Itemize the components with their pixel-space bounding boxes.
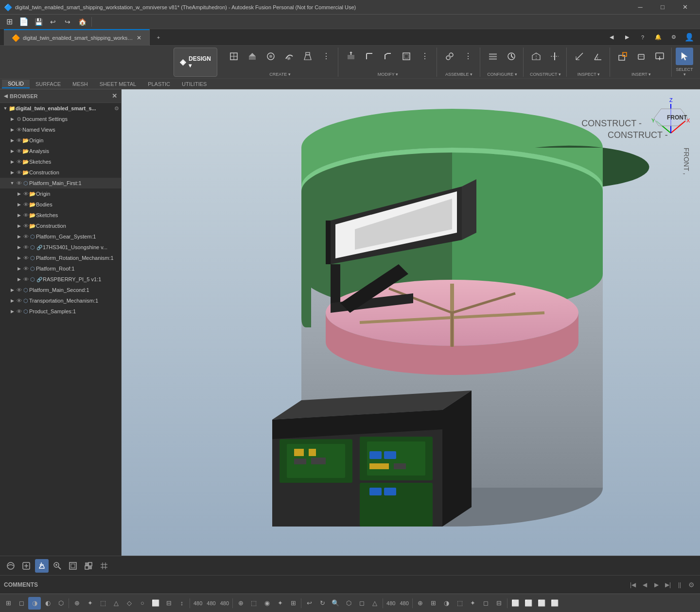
tree-item-17hs[interactable]: ▶ 👁 ⬡ 🔗 17HS3401_Usongshine v...: [0, 242, 121, 253]
origin-expand[interactable]: ▶: [9, 137, 16, 144]
tab-mesh[interactable]: MESH: [67, 80, 94, 88]
tree-item-transport[interactable]: ▶ 👁 ⬡ Transportation_Mechanism:1: [0, 295, 121, 306]
modify-chamfer-button[interactable]: [379, 48, 397, 65]
gear-system-expand[interactable]: ▶: [16, 233, 22, 240]
tree-item-doc-settings[interactable]: ▶ ⚙ Document Settings: [0, 114, 121, 124]
tab-prev-button[interactable]: ◀: [605, 31, 618, 44]
tree-item-bodies[interactable]: ▶ 👁 📂 Bodies: [0, 199, 121, 210]
bt-btn-21[interactable]: ↻: [316, 597, 329, 610]
minimize-button[interactable]: ─: [629, 0, 651, 15]
tab-plastic[interactable]: PLASTIC: [142, 80, 176, 88]
comments-settings-icon[interactable]: ⚙: [686, 580, 696, 590]
tree-item-product-samples[interactable]: ▶ 👁 ⬡ Product_Samples:1: [0, 306, 121, 317]
origin2-expand[interactable]: ▶: [16, 190, 22, 197]
bt-btn-27[interactable]: ⊞: [427, 597, 440, 610]
bt-btn-19[interactable]: ⊞: [287, 597, 299, 610]
display-mode-button[interactable]: [82, 559, 95, 573]
construction1-expand[interactable]: ▶: [9, 169, 16, 176]
modify-press-pull-button[interactable]: [342, 48, 360, 65]
bt-btn-32[interactable]: ⊟: [493, 597, 506, 610]
bt-btn-17[interactable]: ◉: [261, 597, 273, 610]
modify-more-button[interactable]: ⋮: [416, 48, 434, 65]
pan-button[interactable]: [19, 559, 33, 573]
nav-first-button[interactable]: |◀: [628, 580, 638, 590]
bt-btn-10[interactable]: ◇: [123, 597, 136, 610]
modify-shell-button[interactable]: [398, 48, 415, 65]
tab-next-button[interactable]: ▶: [620, 31, 634, 44]
create-more-button[interactable]: ⋮: [317, 48, 335, 65]
bt-btn-11[interactable]: ○: [136, 597, 149, 610]
tree-item-roof[interactable]: ▶ 👁 ⬡ Platform_Roof:1: [0, 263, 121, 274]
sketches-expand[interactable]: ▶: [9, 158, 16, 165]
fit-view-button[interactable]: [66, 559, 80, 573]
tab-solid[interactable]: SOLID: [2, 80, 30, 88]
bt-btn-28[interactable]: ◑: [440, 597, 453, 610]
nav-last-button[interactable]: ||: [675, 580, 684, 590]
configure-btn1[interactable]: [484, 48, 502, 65]
assemble-more-button[interactable]: ⋮: [459, 48, 477, 65]
tree-item-gear-system[interactable]: ▶ 👁 ⬡ Platform_Gear_System:1: [0, 231, 121, 242]
bt-btn-4[interactable]: ◐: [41, 597, 54, 610]
home-button[interactable]: 🏠: [75, 15, 89, 29]
bt-btn-33[interactable]: ⬜: [509, 597, 522, 610]
nav-play-button[interactable]: ▶: [651, 580, 661, 590]
grid-display-button[interactable]: [97, 559, 111, 573]
bt-btn-20[interactable]: ↩: [303, 597, 315, 610]
hand-tool-button[interactable]: [35, 559, 49, 573]
browser-expand-icon[interactable]: ◀: [4, 93, 8, 99]
bt-btn-29[interactable]: ⬚: [454, 597, 466, 610]
bt-btn-35[interactable]: ⬜: [535, 597, 548, 610]
tab-surface[interactable]: SURFACE: [30, 80, 67, 88]
named-views-expand[interactable]: ▶: [9, 126, 16, 133]
undo-button[interactable]: ↩: [46, 15, 60, 29]
grid-icon[interactable]: ⊞: [2, 15, 16, 29]
bt-btn-26[interactable]: ⊕: [414, 597, 427, 610]
tree-item-platform-second[interactable]: ▶ 👁 ⬡ Platform_Main_Second:1: [0, 285, 121, 295]
bt-btn-34[interactable]: ⬜: [522, 597, 535, 610]
tree-item-construction2[interactable]: ▶ 👁 📂 Construction: [0, 221, 121, 231]
tab-close-button[interactable]: ✕: [136, 34, 141, 42]
bt-btn-2[interactable]: ◻: [15, 597, 28, 610]
bt-btn-5[interactable]: ⬡: [54, 597, 67, 610]
save-button[interactable]: 💾: [32, 15, 45, 29]
tree-item-origin2[interactable]: ▶ 👁 📂 Origin: [0, 188, 121, 199]
tab-utilities[interactable]: UTILITIES: [176, 80, 212, 88]
bt-btn-3[interactable]: ◑: [28, 597, 41, 610]
tree-item-sketches2[interactable]: ▶ 👁 📂 Sketches: [0, 210, 121, 221]
product-samples-expand[interactable]: ▶: [9, 308, 16, 315]
tree-item-sketches[interactable]: ▶ 👁 📂 Sketches: [0, 156, 121, 167]
bt-btn-1[interactable]: ⊞: [2, 597, 15, 610]
tree-item-origin[interactable]: ▶ 👁 📂 Origin: [0, 135, 121, 146]
insert-decal-button[interactable]: [632, 48, 650, 65]
tree-item-analysis[interactable]: ▶ 👁 📂 Analysis: [0, 146, 121, 156]
17hs-expand[interactable]: ▶: [16, 244, 22, 251]
settings-button[interactable]: ⚙: [667, 31, 681, 44]
new-tab-button[interactable]: +: [152, 31, 165, 44]
nav-prev-button[interactable]: ◀: [640, 580, 649, 590]
create-sweep-button[interactable]: [280, 48, 298, 65]
bt-btn-13[interactable]: ⊟: [162, 597, 175, 610]
transport-expand[interactable]: ▶: [9, 297, 16, 304]
construct-axis-button[interactable]: [546, 48, 563, 65]
notification-button[interactable]: 🔔: [651, 31, 665, 44]
bt-btn-24[interactable]: ◻: [355, 597, 368, 610]
assemble-joint-button[interactable]: [441, 48, 458, 65]
bt-btn-14[interactable]: ↕: [175, 597, 188, 610]
roof-expand[interactable]: ▶: [16, 265, 22, 272]
analysis-expand[interactable]: ▶: [9, 148, 16, 154]
create-extrude-button[interactable]: [244, 48, 261, 65]
tree-item-raspberry[interactable]: ▶ 👁 ⬡ 🔗 RASPBERRY_PI_5 v1:1: [0, 274, 121, 285]
design-button[interactable]: ◈ DESIGN ▾: [174, 48, 217, 77]
tree-item-platform-main-first[interactable]: ▼ 👁 ⬡ Platform_Main_First:1: [0, 178, 121, 188]
doc-settings-expand[interactable]: ▶: [9, 116, 16, 122]
redo-button[interactable]: ↪: [61, 15, 74, 29]
create-revolve-button[interactable]: [262, 48, 280, 65]
bt-btn-7[interactable]: ✦: [84, 597, 96, 610]
platform-second-expand[interactable]: ▶: [9, 287, 16, 293]
bt-btn-25[interactable]: △: [368, 597, 381, 610]
file-menu-icon[interactable]: 📄: [17, 15, 31, 29]
tree-item-named-views[interactable]: ▶ 👁 Named Views: [0, 124, 121, 135]
bt-btn-12[interactable]: ⬜: [149, 597, 162, 610]
tree-item-root[interactable]: ▼ 📁 digital_twin_enabled_smart_s... ⚙: [0, 103, 121, 114]
close-button[interactable]: ✕: [674, 0, 696, 15]
